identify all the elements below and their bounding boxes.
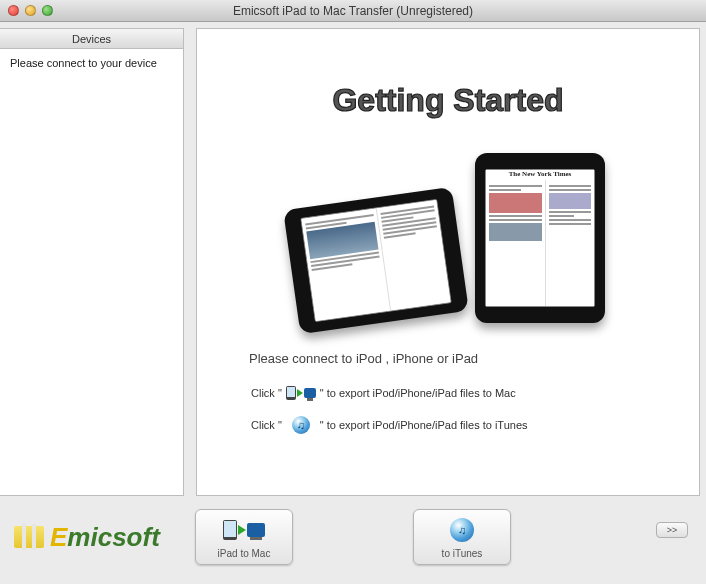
sidebar-message: Please connect to your device (0, 49, 183, 77)
itunes-icon (286, 416, 316, 434)
to-itunes-button[interactable]: to iTunes (413, 509, 511, 565)
content-area: Devices Please connect to your device Ge… (0, 22, 706, 496)
export-to-mac-hint: Click " " to export iPod/iPhone/iPad fil… (249, 384, 679, 402)
export-to-itunes-hint: Click " " to export iPod/iPhone/iPad fil… (249, 416, 679, 434)
connect-prompt: Please connect to iPod , iPhone or iPad (249, 351, 679, 366)
ipad-landscape-icon (283, 187, 469, 334)
sidebar: Devices Please connect to your device (0, 28, 184, 496)
to-itunes-button-icon (450, 516, 474, 544)
logo-letter-e: E (50, 522, 67, 552)
getting-started-heading: Getting Started (217, 73, 679, 125)
sidebar-header: Devices (0, 29, 183, 49)
more-button[interactable]: >> (656, 522, 688, 538)
ipad-to-mac-button-label: iPad to Mac (218, 548, 271, 559)
ipad-illustration: The New York Times (217, 143, 679, 323)
main-panel: Getting Started (196, 28, 700, 496)
footer-actions: iPad to Mac to iTunes (195, 509, 511, 565)
logo-rest: micsoft (67, 522, 159, 552)
ipad-portrait-icon: The New York Times (475, 153, 605, 323)
logo-mark-icon (14, 526, 44, 548)
chevron-right-icon: >> (667, 525, 678, 535)
ipad-to-mac-button-icon (223, 516, 265, 544)
svg-text:Getting Started: Getting Started (332, 82, 563, 118)
info-section: Please connect to iPod , iPhone or iPad … (217, 351, 679, 434)
footer: Emicsoft iPad to Mac to iTunes >> (0, 496, 706, 578)
ipad-to-mac-button[interactable]: iPad to Mac (195, 509, 293, 565)
emicsoft-logo: Emicsoft (14, 522, 160, 553)
to-itunes-button-label: to iTunes (442, 548, 483, 559)
heading-text-icon: Getting Started (278, 73, 618, 123)
window-title: Emicsoft iPad to Mac Transfer (Unregiste… (0, 4, 706, 18)
ipad-to-mac-icon (286, 384, 316, 402)
titlebar: Emicsoft iPad to Mac Transfer (Unregiste… (0, 0, 706, 22)
